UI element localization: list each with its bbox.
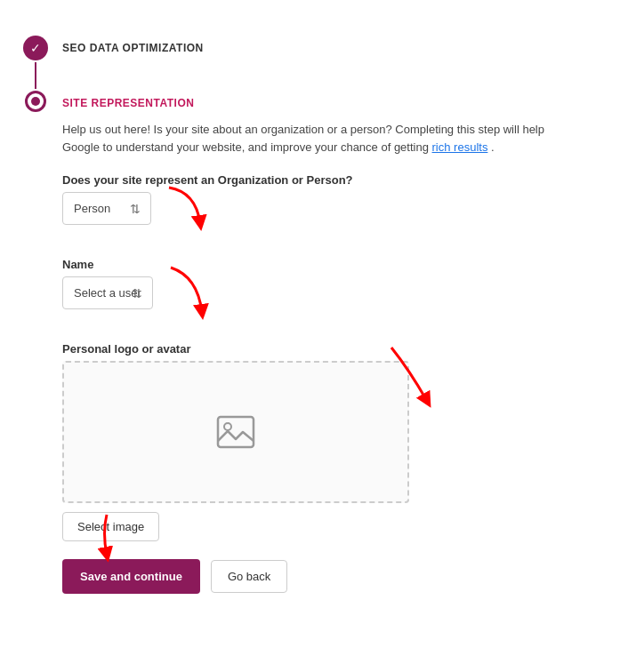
- step-indicator-col-2: [18, 91, 53, 112]
- step-connector-line: [35, 62, 36, 89]
- organization-label: Does your site represent an Organization…: [62, 173, 584, 187]
- red-arrow-3: [382, 343, 454, 414]
- arrow-3-container: [382, 343, 454, 418]
- logo-label: Personal logo or avatar: [62, 342, 584, 356]
- stepper: ✓ SEO DATA OPTIMIZATION SITE REPRESENTAT…: [18, 36, 584, 112]
- organization-select[interactable]: Person Organization: [62, 192, 151, 225]
- step-1-content: SEO DATA OPTIMIZATION: [53, 36, 204, 55]
- checkmark-icon: ✓: [30, 41, 41, 55]
- svg-rect-3: [218, 417, 254, 447]
- red-arrow-2: [162, 263, 215, 321]
- step-2-content: SITE REPRESENTATION: [53, 91, 194, 110]
- step-indicator-col-1: ✓: [18, 36, 53, 91]
- red-arrow-1: [160, 183, 213, 236]
- arrow-1-container: [160, 183, 213, 240]
- step-circle-completed: ✓: [23, 36, 48, 60]
- step-2-title: SITE REPRESENTATION: [62, 97, 194, 109]
- button-row: Save and continue Go back: [62, 559, 584, 594]
- red-arrow-4: [89, 510, 142, 564]
- step-1-title: SEO DATA OPTIMIZATION: [62, 42, 204, 54]
- svg-point-4: [224, 423, 231, 430]
- step-site-representation: SITE REPRESENTATION: [18, 91, 584, 112]
- organization-form-group: Does your site represent an Organization…: [62, 173, 584, 240]
- step-seo-data: ✓ SEO DATA OPTIMIZATION: [18, 36, 584, 91]
- image-placeholder-icon: [213, 410, 258, 454]
- go-back-button[interactable]: Go back: [211, 560, 287, 593]
- main-content: Help us out here! Is your site about an …: [18, 121, 584, 594]
- arrow-2-container: [162, 263, 215, 324]
- rich-results-link[interactable]: rich results: [432, 140, 488, 154]
- name-form-group: Name Select a user ⇅: [62, 258, 584, 324]
- name-label: Name: [62, 258, 584, 271]
- page-container: ✓ SEO DATA OPTIMIZATION SITE REPRESENTAT…: [0, 18, 620, 612]
- arrow-4-container: [89, 510, 142, 567]
- description-after: .: [491, 140, 495, 154]
- name-select[interactable]: Select a user: [62, 276, 153, 309]
- organization-select-wrapper: Person Organization ⇅: [62, 192, 151, 225]
- description-text: Help us out here! Is your site about an …: [62, 121, 584, 156]
- name-select-wrapper: Select a user ⇅: [62, 276, 153, 309]
- image-upload-area[interactable]: [62, 361, 409, 503]
- step-circle-active: [25, 91, 46, 112]
